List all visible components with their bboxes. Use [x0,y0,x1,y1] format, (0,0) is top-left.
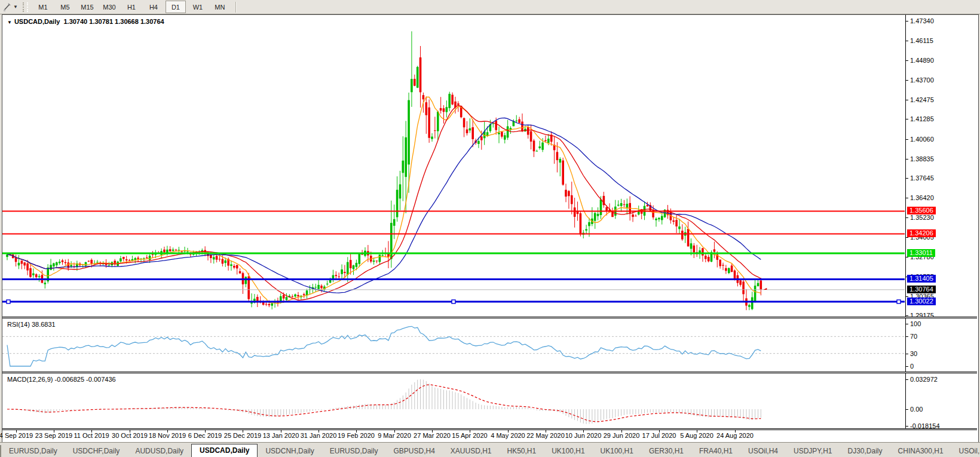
macd-indicator-label: MACD(12,26,9) -0.006825 -0.007436 [7,376,116,383]
price-tick: 1.40060 [910,136,934,143]
toolbar-divider [235,2,236,13]
price-tick: 1.41285 [910,115,934,122]
price-tick-tickmark [906,80,908,81]
rsi-tick-tickmark [906,366,908,367]
timeframe-m1-button[interactable]: M1 [33,1,53,13]
rsi-tick-tickmark [906,336,908,337]
tab-uk100-h1[interactable]: UK100,H1 [593,446,641,457]
price-tick: 1.36420 [910,194,934,201]
price-tick-tickmark [906,100,908,100]
tab-usoil-h1[interactable]: USOil,H1 [951,446,980,457]
price-badge-1-34206: 1.34206 [907,229,936,237]
drawing-tool-dropdown-icon[interactable]: ▼ [13,4,18,10]
symbol-ohlc-text: USDCAD,Daily 1.30740 1.30781 1.30668 1.3… [14,18,164,25]
price-tick: 1.46115 [910,37,933,44]
price-tick: 1.37645 [910,174,934,182]
price-tick-tickmark [906,159,908,160]
macd-tick-tickmark [906,409,908,410]
timeframe-d1-button[interactable]: D1 [166,1,186,13]
price-tick-tickmark [906,296,908,297]
tab-eurusd-daily[interactable]: EURUSD,Daily [1,446,65,457]
rsi-tick-tickmark [906,324,908,324]
price-tick-tickmark [906,178,908,179]
tab-dj30-daily[interactable]: DJ30,Daily [840,446,890,457]
timeframe-w1-button[interactable]: W1 [188,1,208,13]
price-tick: 1.42475 [910,96,934,103]
chart-window: ▼USDCAD,Daily 1.30740 1.30781 1.30668 1.… [2,14,979,443]
price-tick-tickmark [906,41,908,41]
price-badge-1-31405: 1.31405 [907,275,936,283]
macd-tick-tickmark [906,379,908,380]
macd-panel-canvas[interactable] [2,373,905,429]
tab-eurusd-daily[interactable]: EURUSD,Daily [322,446,386,457]
rsi-tick: 0 [910,363,914,370]
price-tick: 1.44890 [910,57,934,64]
tab-usdcnh-daily[interactable]: USDCNH,Daily [258,446,321,457]
price-badge-1-30022: 1.30022 [907,297,936,305]
tab-usdcad-daily[interactable]: USDCAD,Daily [191,444,258,457]
tab-audusd-daily[interactable]: AUDUSD,Daily [127,446,191,457]
price-tick-tickmark [906,237,908,238]
tab-gbpusd-h4[interactable]: GBPUSD,H4 [385,446,442,457]
timeframe-mn-button[interactable]: MN [210,1,230,13]
toolbar-grip[interactable] [23,2,28,12]
chart-symbol-label: ▼USDCAD,Daily 1.30740 1.30781 1.30668 1.… [7,18,164,25]
top-toolbar: ▼ M1M5M15M30H1H4D1W1MN [0,0,980,14]
macd-tick: 0.032972 [910,376,938,383]
symbol-collapse-icon[interactable]: ▼ [7,20,12,25]
tab-hk50-h1[interactable]: HK50,H1 [500,446,544,457]
price-tick: 1.47340 [910,17,934,24]
rsi-tick-tickmark [906,354,908,354]
price-tick-tickmark [906,21,908,22]
price-tick: 1.38835 [910,155,934,162]
tab-ger30-h1[interactable]: GER30,H1 [641,446,691,457]
tab-china300-h1[interactable]: CHINA300,H1 [890,446,951,457]
macd-tick-tickmark [906,426,908,427]
tab-usoil-h4[interactable]: USOil,H4 [740,446,786,457]
price-tick-tickmark [906,217,908,218]
timeframe-m5-button[interactable]: M5 [55,1,75,13]
price-tick: 1.35230 [910,214,934,221]
tab-fra40-h1[interactable]: FRA40,H1 [691,446,740,457]
tab-usdchf-daily[interactable]: USDCHF,Daily [65,446,128,457]
panel-separator[interactable] [2,317,977,318]
rsi-panel-canvas[interactable] [2,318,905,372]
price-tick-tickmark [906,119,908,119]
panel-separator[interactable] [2,372,977,373]
rsi-tick: 100 [910,320,921,327]
tab-xauusd-h1[interactable]: XAUUSD,H1 [443,446,500,457]
panel-separator[interactable] [2,428,977,430]
date-axis[interactable]: 4 Sep 201923 Sep 201911 Oct 201930 Oct 2… [2,430,977,441]
rsi-tick: 30 [910,350,917,357]
date-label: 24 Aug 2020 [711,432,759,439]
tab-uk100-h1[interactable]: UK100,H1 [544,446,592,457]
price-badge-1-35606: 1.35606 [907,207,936,214]
price-tick-tickmark [906,257,908,257]
timeframe-m15-button[interactable]: M15 [77,1,97,13]
price-tick-tickmark [906,139,908,140]
timeframe-h1-button[interactable]: H1 [121,1,142,13]
price-tick-tickmark [906,60,908,61]
chart-tab-bar: EURUSD,DailyUSDCHF,DailyAUDUSD,DailyUSDC… [0,442,980,457]
price-badge-1-33011: 1.33011 [907,249,935,257]
price-tick-tickmark [906,315,908,316]
price-badge-1-30764: 1.30764 [907,286,936,293]
price-tick: 1.43700 [910,76,934,84]
price-tick-tickmark [906,198,908,198]
rsi-indicator-label: RSI(14) 38.6831 [7,321,56,328]
price-axis[interactable]: 1.473401.461151.448901.437001.424751.412… [905,15,978,430]
rsi-tick: 70 [910,333,917,340]
drawing-tool-icon[interactable] [2,2,13,13]
tab-usdjpy-h1[interactable]: USDJPY,H1 [786,446,840,457]
price-chart-canvas[interactable] [2,15,905,317]
timeframe-m30-button[interactable]: M30 [99,1,120,13]
timeframe-h4-button[interactable]: H4 [143,1,164,13]
macd-tick: 0.00 [910,406,923,413]
